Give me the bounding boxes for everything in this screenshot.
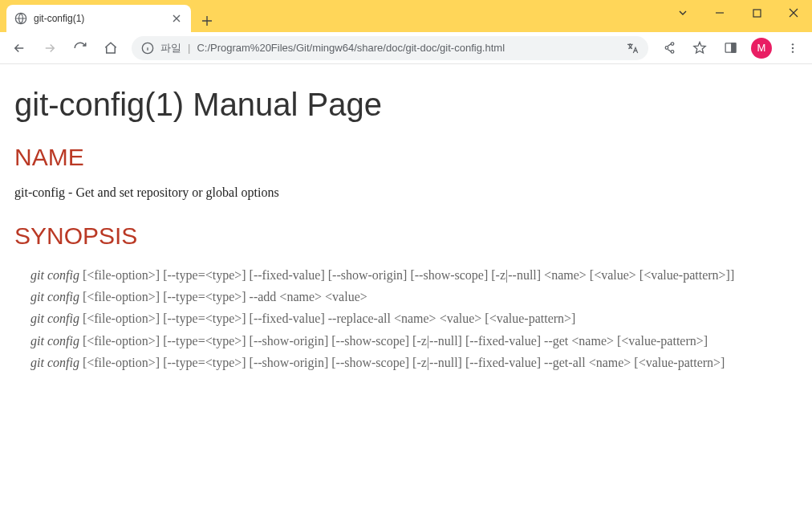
url-text: C:/Program%20Files/Git/mingw64/share/doc… [197, 42, 619, 54]
section-heading-synopsis: SYNOPSIS [14, 222, 798, 250]
browser-toolbar: 파일 | C:/Program%20Files/Git/mingw64/shar… [0, 32, 812, 64]
title-bar: git-config(1) [0, 0, 812, 32]
close-icon[interactable] [170, 12, 183, 25]
minimize-button[interactable] [701, 0, 738, 26]
tab-title: git-config(1) [34, 13, 164, 24]
share-icon[interactable] [656, 35, 682, 61]
synopsis-args: [<file-option>] [--type=<type>] --add <n… [79, 290, 367, 303]
synopsis-cmd: git config [30, 268, 79, 282]
bookmark-icon[interactable] [687, 35, 713, 61]
synopsis-line: git config [<file-option>] [--type=<type… [30, 330, 798, 352]
svg-rect-1 [753, 10, 761, 17]
svg-point-9 [792, 47, 794, 48]
svg-point-8 [792, 43, 794, 45]
synopsis-line: git config [<file-option>] [--type=<type… [30, 307, 798, 329]
name-description: git-config - Get and set repository or g… [14, 185, 798, 200]
svg-rect-7 [731, 43, 735, 52]
translate-icon[interactable] [626, 42, 639, 55]
svg-point-10 [792, 51, 794, 52]
svg-point-3 [671, 43, 674, 46]
page-title: git-config(1) Manual Page [14, 87, 798, 123]
window-controls [664, 0, 812, 26]
separator: | [188, 42, 190, 54]
file-protocol-label: 파일 [160, 41, 181, 55]
tab-strip: git-config(1) [0, 0, 218, 32]
browser-tab[interactable]: git-config(1) [6, 5, 191, 32]
avatar-initial: M [757, 42, 766, 54]
section-heading-name: NAME [14, 144, 798, 171]
page-viewport[interactable]: git-config(1) Manual Page NAME git-confi… [0, 64, 812, 505]
forward-button[interactable] [37, 35, 63, 61]
new-tab-button[interactable] [196, 10, 218, 32]
synopsis-args: [<file-option>] [--type=<type>] [--fixed… [79, 312, 576, 325]
back-button[interactable] [6, 35, 32, 61]
synopsis-cmd: git config [30, 356, 79, 369]
synopsis-line: git config [<file-option>] [--type=<type… [30, 286, 798, 307]
address-bar[interactable]: 파일 | C:/Program%20Files/Git/mingw64/shar… [132, 36, 648, 60]
synopsis-args: [<file-option>] [--type=<type>] [--show-… [79, 334, 708, 348]
globe-icon [14, 12, 27, 25]
synopsis-args: [<file-option>] [--type=<type>] [--fixed… [79, 268, 734, 282]
page-content: git-config(1) Manual Page NAME git-confi… [0, 64, 812, 388]
synopsis-args: [<file-option>] [--type=<type>] [--show-… [79, 356, 725, 369]
menu-icon[interactable] [780, 35, 806, 61]
synopsis-line: git config [<file-option>] [--type=<type… [30, 264, 798, 286]
synopsis-cmd: git config [30, 290, 79, 303]
svg-point-4 [665, 47, 668, 50]
reload-button[interactable] [67, 35, 93, 61]
home-button[interactable] [98, 35, 124, 61]
synopsis-line: git config [<file-option>] [--type=<type… [30, 352, 798, 373]
maximize-button[interactable] [738, 0, 775, 26]
synopsis-cmd: git config [30, 312, 79, 325]
close-window-button[interactable] [775, 0, 812, 26]
synopsis-block: git config [<file-option>] [--type=<type… [14, 264, 798, 373]
side-panel-icon[interactable] [717, 35, 743, 61]
info-icon[interactable] [141, 42, 154, 55]
synopsis-cmd: git config [30, 334, 79, 348]
profile-avatar[interactable]: M [751, 38, 772, 59]
svg-point-5 [671, 51, 674, 54]
chevron-down-icon[interactable] [664, 0, 701, 26]
